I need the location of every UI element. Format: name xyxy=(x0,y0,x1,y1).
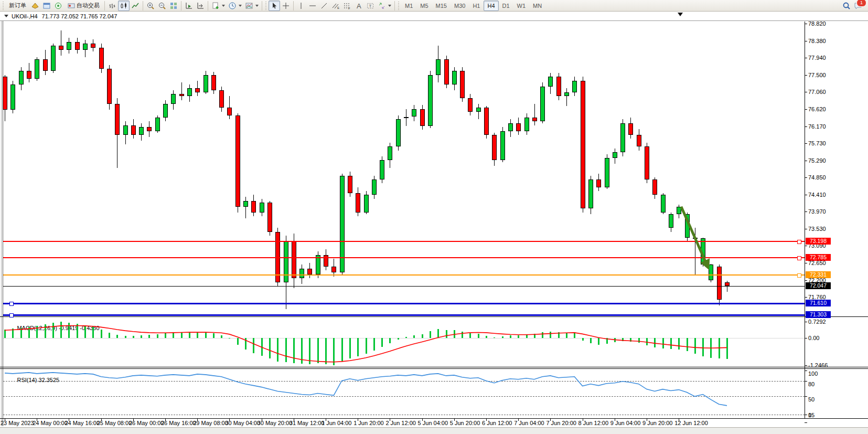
price-hline[interactable] xyxy=(3,303,805,304)
rsi-axis-tick xyxy=(805,381,807,382)
y-axis-tick xyxy=(805,229,807,229)
y-axis-label: 73.970 xyxy=(808,208,826,215)
macd-histogram-bar xyxy=(133,336,134,338)
macd-histogram-bar xyxy=(582,338,584,341)
candle xyxy=(652,179,657,195)
macd-histogram-bar xyxy=(654,338,656,347)
macd-histogram-bar xyxy=(4,330,6,338)
macd-histogram-bar xyxy=(36,326,38,338)
y-axis-label: 76.170 xyxy=(808,123,826,130)
candle xyxy=(235,115,240,207)
candle xyxy=(628,123,633,135)
price-hline[interactable] xyxy=(3,257,805,258)
macd-histogram-bar xyxy=(606,338,608,344)
candle xyxy=(163,104,168,118)
y-axis-tick xyxy=(805,211,807,212)
macd-histogram-bar xyxy=(237,338,239,345)
macd-histogram-bar xyxy=(518,335,519,338)
x-axis-label: 12 Jun 12:00 xyxy=(674,420,708,426)
macd-histogram-bar xyxy=(148,335,150,338)
candle xyxy=(203,75,208,92)
hline-anchor[interactable] xyxy=(9,302,14,306)
y-axis-tick xyxy=(805,58,807,58)
candle xyxy=(444,59,449,84)
candle xyxy=(725,282,730,286)
candle xyxy=(251,201,256,213)
macd-histogram-bar xyxy=(454,330,455,338)
candle-wick xyxy=(181,82,182,100)
candle xyxy=(508,123,513,131)
candle xyxy=(524,118,529,131)
candle-wick xyxy=(478,104,479,120)
candle xyxy=(420,109,425,126)
price-tag: 72.047 xyxy=(806,282,831,289)
candle xyxy=(613,152,617,158)
macd-histogram-bar xyxy=(719,338,720,358)
x-axis-label: 30 May 20:00 xyxy=(258,420,293,426)
candle xyxy=(637,135,641,146)
candle xyxy=(701,238,705,264)
candle xyxy=(540,87,545,121)
price-tag: 72.331 xyxy=(806,271,831,278)
macd-zero-line xyxy=(3,338,805,338)
hline-anchor[interactable] xyxy=(797,240,801,244)
x-axis-label: 30 May 04:00 xyxy=(225,420,260,426)
macd-histogram-bar xyxy=(510,335,511,338)
pane-separator xyxy=(0,368,868,369)
macd-histogram-bar xyxy=(261,338,263,356)
candle xyxy=(436,59,441,75)
candle xyxy=(131,125,136,135)
x-axis-label: 31 May 12:00 xyxy=(290,420,325,426)
macd-axis-tick xyxy=(805,365,807,366)
macd-histogram-bar xyxy=(141,335,142,338)
status-strip xyxy=(0,427,868,434)
macd-histogram-bar xyxy=(622,338,624,341)
macd-histogram-bar xyxy=(389,338,391,343)
candle xyxy=(428,75,433,126)
candle xyxy=(211,75,216,91)
y-axis-label: 74.850 xyxy=(808,174,826,181)
macd-histogram-bar xyxy=(702,338,704,356)
candle-wick xyxy=(534,104,535,125)
price-hline[interactable] xyxy=(3,274,805,276)
hline-anchor[interactable] xyxy=(797,256,801,260)
macd-histogram-bar xyxy=(285,338,287,362)
macd-histogram-bar xyxy=(502,336,503,338)
candle xyxy=(596,179,601,187)
macd-histogram-bar xyxy=(566,333,567,338)
y-axis-label: 77.060 xyxy=(808,89,826,95)
rsi-axis-tick xyxy=(805,396,807,397)
candle xyxy=(91,44,95,47)
y-axis-tick xyxy=(805,126,807,127)
x-axis-label: 24 May 00:00 xyxy=(33,420,68,426)
y-axis-label: 75.730 xyxy=(808,140,826,146)
macd-histogram-bar xyxy=(125,336,126,338)
x-axis-label: 26 May 16:00 xyxy=(161,420,196,426)
price-hline[interactable] xyxy=(3,286,805,287)
candle-wick xyxy=(695,228,695,274)
candle xyxy=(147,127,152,131)
macd-histogram-bar xyxy=(84,325,86,338)
candle xyxy=(396,119,401,146)
candle xyxy=(123,125,128,135)
rsi-axis-tick xyxy=(805,415,807,415)
price-hline[interactable] xyxy=(3,314,805,316)
candle xyxy=(685,214,690,237)
macd-histogram-bar xyxy=(301,338,303,364)
candle xyxy=(364,195,369,212)
candle xyxy=(27,71,31,79)
rsi-axis-label: 50 xyxy=(808,396,815,403)
macd-histogram-bar xyxy=(398,338,399,340)
candle xyxy=(516,123,521,131)
price-hline[interactable] xyxy=(3,241,805,242)
hline-anchor[interactable] xyxy=(9,313,14,317)
candle xyxy=(412,109,416,117)
candle xyxy=(299,269,304,278)
pane-separator xyxy=(0,316,868,317)
candle xyxy=(219,90,224,108)
macd-histogram-bar xyxy=(478,334,479,338)
x-axis-label: 2 Jun 12:00 xyxy=(385,420,416,426)
hline-anchor[interactable] xyxy=(797,273,801,278)
macd-histogram-bar xyxy=(437,329,439,338)
macd-histogram-bar xyxy=(413,335,415,338)
